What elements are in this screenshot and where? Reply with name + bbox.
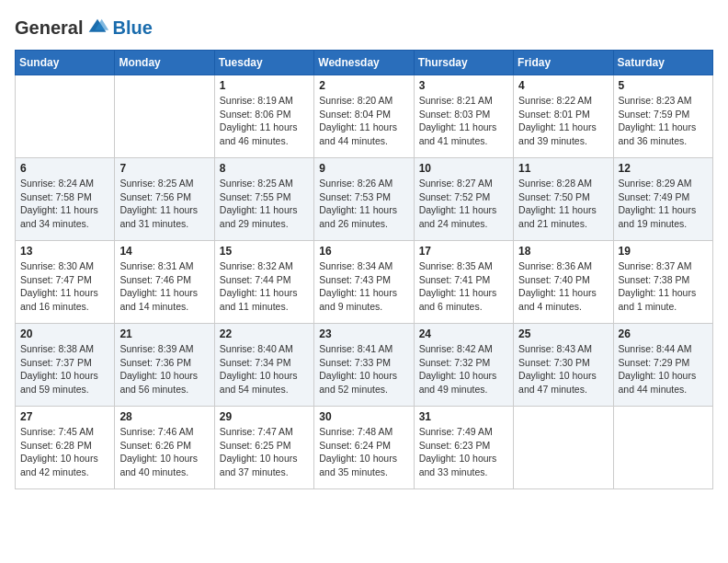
calendar-header-row: SundayMondayTuesdayWednesdayThursdayFrid…	[16, 51, 713, 75]
calendar-table: SundayMondayTuesdayWednesdayThursdayFrid…	[15, 50, 713, 489]
day-number: 14	[119, 245, 209, 258]
calendar-cell: 28Sunrise: 7:46 AMSunset: 6:26 PMDayligh…	[115, 407, 214, 489]
day-number: 8	[220, 162, 309, 175]
calendar-cell: 21Sunrise: 8:39 AMSunset: 7:36 PMDayligh…	[115, 324, 214, 407]
calendar-cell: 30Sunrise: 7:48 AMSunset: 6:24 PMDayligh…	[314, 407, 414, 489]
day-info: Sunrise: 8:23 AMSunset: 7:59 PMDaylight:…	[619, 94, 708, 148]
day-info: Sunrise: 8:44 AMSunset: 7:29 PMDaylight:…	[619, 342, 708, 396]
calendar-cell: 23Sunrise: 8:41 AMSunset: 7:33 PMDayligh…	[314, 324, 414, 407]
page-header: General Blue	[15, 15, 713, 40]
logo-general-text: General	[15, 17, 83, 39]
day-info: Sunrise: 7:47 AMSunset: 6:25 PMDaylight:…	[220, 425, 309, 479]
day-number: 19	[619, 245, 708, 258]
calendar-cell: 10Sunrise: 8:27 AMSunset: 7:52 PMDayligh…	[414, 158, 513, 241]
day-info: Sunrise: 8:37 AMSunset: 7:38 PMDaylight:…	[619, 259, 708, 314]
calendar-week-row-2: 6Sunrise: 8:24 AMSunset: 7:58 PMDaylight…	[16, 158, 713, 241]
calendar-cell: 16Sunrise: 8:34 AMSunset: 7:43 PMDayligh…	[314, 241, 414, 324]
calendar-weekday-wednesday: Wednesday	[314, 51, 414, 75]
day-info: Sunrise: 7:49 AMSunset: 6:23 PMDaylight:…	[419, 425, 508, 479]
day-info: Sunrise: 8:25 AMSunset: 7:55 PMDaylight:…	[220, 177, 309, 231]
day-info: Sunrise: 8:31 AMSunset: 7:46 PMDaylight:…	[119, 259, 209, 314]
day-info: Sunrise: 8:25 AMSunset: 7:56 PMDaylight:…	[119, 177, 209, 231]
day-number: 20	[20, 327, 109, 340]
day-info: Sunrise: 7:48 AMSunset: 6:24 PMDaylight:…	[319, 425, 408, 479]
day-number: 31	[419, 410, 508, 423]
day-info: Sunrise: 8:22 AMSunset: 8:01 PMDaylight:…	[518, 94, 608, 148]
day-info: Sunrise: 7:46 AMSunset: 6:26 PMDaylight:…	[119, 425, 209, 479]
day-number: 18	[518, 245, 608, 258]
calendar-cell: 14Sunrise: 8:31 AMSunset: 7:46 PMDayligh…	[115, 241, 214, 324]
calendar-cell: 3Sunrise: 8:21 AMSunset: 8:03 PMDaylight…	[414, 75, 513, 158]
day-number: 17	[419, 245, 508, 258]
calendar-week-row-5: 27Sunrise: 7:45 AMSunset: 6:28 PMDayligh…	[16, 407, 713, 489]
day-number: 1	[220, 79, 309, 92]
day-number: 22	[220, 327, 309, 340]
calendar-cell: 9Sunrise: 8:26 AMSunset: 7:53 PMDaylight…	[314, 158, 414, 241]
day-info: Sunrise: 8:41 AMSunset: 7:33 PMDaylight:…	[319, 342, 408, 396]
logo-icon	[85, 15, 110, 40]
calendar-cell: 18Sunrise: 8:36 AMSunset: 7:40 PMDayligh…	[514, 241, 613, 324]
calendar-weekday-friday: Friday	[514, 51, 613, 75]
calendar-cell: 20Sunrise: 8:38 AMSunset: 7:37 PMDayligh…	[16, 324, 115, 407]
calendar-cell: 11Sunrise: 8:28 AMSunset: 7:50 PMDayligh…	[514, 158, 613, 241]
day-number: 10	[419, 162, 508, 175]
calendar-weekday-thursday: Thursday	[414, 51, 513, 75]
calendar-cell: 7Sunrise: 8:25 AMSunset: 7:56 PMDaylight…	[115, 158, 214, 241]
day-number: 9	[319, 162, 408, 175]
day-info: Sunrise: 8:35 AMSunset: 7:41 PMDaylight:…	[419, 259, 508, 314]
day-info: Sunrise: 8:36 AMSunset: 7:40 PMDaylight:…	[518, 259, 608, 314]
calendar-cell: 1Sunrise: 8:19 AMSunset: 8:06 PMDaylight…	[214, 75, 313, 158]
calendar-cell: 2Sunrise: 8:20 AMSunset: 8:04 PMDaylight…	[314, 75, 414, 158]
day-number: 13	[20, 245, 109, 258]
calendar-cell: 15Sunrise: 8:32 AMSunset: 7:44 PMDayligh…	[214, 241, 313, 324]
day-info: Sunrise: 8:28 AMSunset: 7:50 PMDaylight:…	[518, 177, 608, 231]
calendar-cell: 17Sunrise: 8:35 AMSunset: 7:41 PMDayligh…	[414, 241, 513, 324]
day-info: Sunrise: 8:32 AMSunset: 7:44 PMDaylight:…	[220, 259, 309, 314]
day-info: Sunrise: 8:27 AMSunset: 7:52 PMDaylight:…	[419, 177, 508, 231]
calendar-week-row-1: 1Sunrise: 8:19 AMSunset: 8:06 PMDaylight…	[16, 75, 713, 158]
day-number: 12	[619, 162, 708, 175]
calendar-cell: 22Sunrise: 8:40 AMSunset: 7:34 PMDayligh…	[214, 324, 313, 407]
logo-blue-text: Blue	[112, 17, 152, 39]
day-number: 16	[319, 245, 408, 258]
day-info: Sunrise: 8:42 AMSunset: 7:32 PMDaylight:…	[419, 342, 508, 396]
calendar-cell: 26Sunrise: 8:44 AMSunset: 7:29 PMDayligh…	[613, 324, 712, 407]
day-number: 24	[419, 327, 508, 340]
calendar-cell: 27Sunrise: 7:45 AMSunset: 6:28 PMDayligh…	[16, 407, 115, 489]
day-number: 7	[119, 162, 209, 175]
calendar-cell: 5Sunrise: 8:23 AMSunset: 7:59 PMDaylight…	[613, 75, 712, 158]
day-info: Sunrise: 8:30 AMSunset: 7:47 PMDaylight:…	[20, 259, 109, 314]
day-info: Sunrise: 8:34 AMSunset: 7:43 PMDaylight:…	[319, 259, 408, 314]
calendar-cell: 24Sunrise: 8:42 AMSunset: 7:32 PMDayligh…	[414, 324, 513, 407]
day-info: Sunrise: 8:26 AMSunset: 7:53 PMDaylight:…	[319, 177, 408, 231]
day-info: Sunrise: 8:24 AMSunset: 7:58 PMDaylight:…	[20, 177, 109, 231]
calendar-cell: 29Sunrise: 7:47 AMSunset: 6:25 PMDayligh…	[214, 407, 313, 489]
day-number: 5	[619, 79, 708, 92]
calendar-weekday-monday: Monday	[115, 51, 214, 75]
day-number: 29	[220, 410, 309, 423]
day-number: 21	[119, 327, 209, 340]
calendar-cell: 8Sunrise: 8:25 AMSunset: 7:55 PMDaylight…	[214, 158, 313, 241]
calendar-cell	[16, 75, 115, 158]
day-number: 28	[119, 410, 209, 423]
calendar-weekday-tuesday: Tuesday	[214, 51, 313, 75]
day-number: 6	[20, 162, 109, 175]
day-info: Sunrise: 8:29 AMSunset: 7:49 PMDaylight:…	[619, 177, 708, 231]
day-info: Sunrise: 8:20 AMSunset: 8:04 PMDaylight:…	[319, 94, 408, 148]
calendar-cell	[613, 407, 712, 489]
calendar-weekday-saturday: Saturday	[613, 51, 712, 75]
day-info: Sunrise: 8:19 AMSunset: 8:06 PMDaylight:…	[220, 94, 309, 148]
day-number: 23	[319, 327, 408, 340]
day-info: Sunrise: 8:21 AMSunset: 8:03 PMDaylight:…	[419, 94, 508, 148]
day-info: Sunrise: 8:39 AMSunset: 7:36 PMDaylight:…	[119, 342, 209, 396]
day-number: 3	[419, 79, 508, 92]
day-number: 27	[20, 410, 109, 423]
day-info: Sunrise: 8:43 AMSunset: 7:30 PMDaylight:…	[518, 342, 608, 396]
day-number: 4	[518, 79, 608, 92]
day-number: 26	[619, 327, 708, 340]
day-number: 15	[220, 245, 309, 258]
calendar-cell: 19Sunrise: 8:37 AMSunset: 7:38 PMDayligh…	[613, 241, 712, 324]
calendar-cell: 13Sunrise: 8:30 AMSunset: 7:47 PMDayligh…	[16, 241, 115, 324]
day-info: Sunrise: 8:38 AMSunset: 7:37 PMDaylight:…	[20, 342, 109, 396]
day-number: 2	[319, 79, 408, 92]
